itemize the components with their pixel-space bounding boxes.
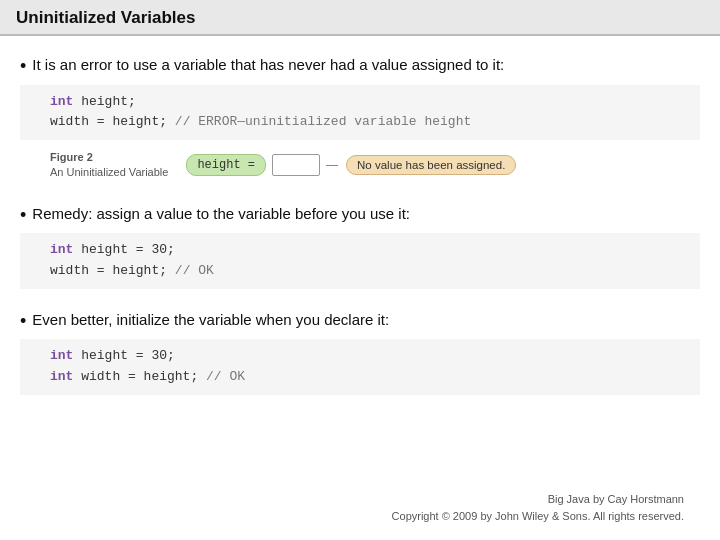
bullet-dot-2: • xyxy=(20,206,26,224)
page-title: Uninitialized Variables xyxy=(16,8,704,28)
code-block-3: int height = 30; int width = height; // … xyxy=(20,339,700,395)
kw-int-3: int xyxy=(50,348,73,363)
kw-int-1: int xyxy=(50,94,73,109)
kw-int-4: int xyxy=(50,369,73,384)
comment-1: // ERROR—uninitialized variable height xyxy=(175,114,471,129)
bullet-dot-1: • xyxy=(20,57,26,75)
figure-diagram: height = No value has been assigned. xyxy=(186,154,516,176)
code-block-1: int height; width = height; // ERROR—uni… xyxy=(20,85,700,141)
footer: Big Java by Cay Horstmann Copyright © 20… xyxy=(20,487,700,530)
content-area: •It is an error to use a variable that h… xyxy=(0,36,720,540)
footer-line2: Copyright © 2009 by John Wiley & Sons. A… xyxy=(20,508,684,525)
page: Uninitialized Variables •It is an error … xyxy=(0,0,720,540)
figure-title: Figure 2 xyxy=(50,150,168,165)
comment-2: // OK xyxy=(175,263,214,278)
empty-value-box xyxy=(272,154,320,176)
figure-2: Figure 2 An Uninitialized Variable heigh… xyxy=(50,150,700,181)
section-3: •Even better, initialize the variable wh… xyxy=(20,309,700,405)
bullet-2-text: •Remedy: assign a value to the variable … xyxy=(20,203,700,226)
comment-3: // OK xyxy=(206,369,245,384)
arrow-line xyxy=(326,165,340,167)
section-1: •It is an error to use a variable that h… xyxy=(20,54,700,193)
height-label-box: height = xyxy=(186,154,266,176)
kw-int-2: int xyxy=(50,242,73,257)
bullet-dot-3: • xyxy=(20,312,26,330)
figure-label: Figure 2 An Uninitialized Variable xyxy=(50,150,168,181)
bullet-1-text: •It is an error to use a variable that h… xyxy=(20,54,700,77)
bullet-3-text: •Even better, initialize the variable wh… xyxy=(20,309,700,332)
title-bar: Uninitialized Variables xyxy=(0,0,720,36)
no-value-bubble: No value has been assigned. xyxy=(346,155,516,175)
figure-subtitle: An Uninitialized Variable xyxy=(50,165,168,180)
footer-line1: Big Java by Cay Horstmann xyxy=(20,491,684,508)
section-2: •Remedy: assign a value to the variable … xyxy=(20,203,700,299)
code-block-2: int height = 30; width = height; // OK xyxy=(20,233,700,289)
